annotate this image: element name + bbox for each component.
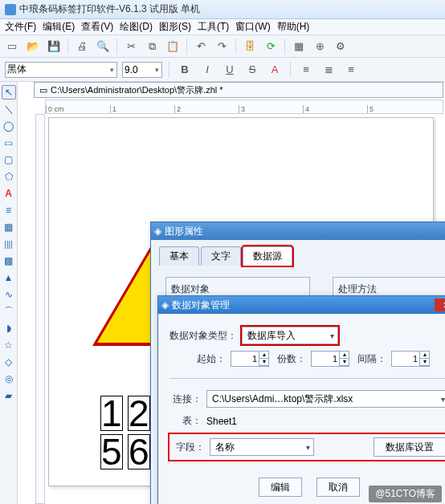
watermark: @51CTO博客: [369, 486, 442, 502]
menu-edit[interactable]: 编辑(E): [43, 20, 75, 34]
pointer-tool[interactable]: ↖: [2, 85, 16, 100]
shape-dialog-title[interactable]: ◈ 图形属性: [151, 222, 445, 240]
field-label: 字段：: [173, 441, 205, 454]
count-label: 份数：: [274, 352, 306, 366]
type-label: 数据对象类型：: [169, 329, 237, 343]
app-titlebar: 中琅条码标签打印软件-V6.1.3 试用版 单机: [0, 0, 445, 19]
polygon-tool[interactable]: ⬠: [2, 169, 16, 184]
db-icon: ◈: [161, 299, 169, 311]
close-button[interactable]: ✕: [435, 299, 445, 311]
conn-label: 连接：: [169, 392, 202, 406]
field-dropdown[interactable]: 名称: [210, 438, 314, 456]
font-size-combo[interactable]: 9.0: [122, 62, 162, 78]
bold-button[interactable]: B: [176, 61, 194, 79]
menu-tool[interactable]: 工具(T): [198, 20, 229, 34]
db-icon[interactable]: 🗄: [241, 38, 259, 55]
tab-text[interactable]: 文字: [201, 246, 241, 266]
step-label: 间隔：: [354, 352, 386, 366]
curve-tool[interactable]: ∿: [2, 287, 16, 302]
strike-button[interactable]: S: [243, 61, 261, 79]
count-spinner[interactable]: ▴▾: [311, 351, 349, 367]
canvas-area[interactable]: ▭ C:\Users\Administrator\Desktop\警示牌.zhl…: [18, 82, 445, 504]
roundrect-tool[interactable]: ▢: [2, 152, 16, 167]
font-color-button[interactable]: A: [266, 61, 284, 79]
undo-button[interactable]: ↶: [192, 38, 210, 55]
open-button[interactable]: 📂: [24, 38, 42, 55]
font-family-combo[interactable]: 黑体: [5, 62, 117, 78]
align-right-button[interactable]: ≡: [342, 61, 360, 79]
tab-basic[interactable]: 基本: [159, 246, 199, 266]
arc-tool[interactable]: ⌒: [2, 304, 16, 319]
new-button[interactable]: ▭: [3, 38, 21, 55]
start-spinner[interactable]: ▴▾: [231, 351, 269, 367]
fill-tool[interactable]: ▰: [2, 388, 16, 403]
digit-grid: 12 56: [100, 392, 150, 473]
italic-button[interactable]: I: [198, 61, 216, 79]
doc-path: C:\Users\Administrator\Desktop\警示牌.zhl *: [51, 84, 223, 96]
refresh-icon[interactable]: ⟳: [262, 38, 280, 55]
richtext-tool[interactable]: ≡: [2, 203, 16, 217]
diamond-tool[interactable]: ◇: [2, 355, 16, 369]
preview-button[interactable]: 🔍: [94, 38, 112, 55]
barcode-tool[interactable]: ||||: [2, 237, 16, 251]
align-left-button[interactable]: ≡: [297, 61, 315, 79]
start-label: 起始：: [169, 352, 226, 366]
zoom-icon[interactable]: ⊕: [311, 38, 329, 55]
app-icon: [5, 4, 16, 15]
grid-icon[interactable]: ▦: [290, 38, 308, 55]
horizontal-ruler: 0 cm12345: [45, 100, 443, 114]
left-toolbox: ↖ ＼ ◯ ▭ ▢ ⬠ A ≡ ▦ |||| ▩ ▲ ∿ ⌒ ◗ ☆ ◇ ◎ ▰: [0, 82, 18, 504]
copy-button[interactable]: ⧉: [143, 38, 161, 55]
menu-bar: 文件(F) 编辑(E) 查看(V) 绘图(D) 图形(S) 工具(T) 窗口(W…: [0, 19, 445, 35]
ellipse-tool[interactable]: ◯: [2, 119, 16, 133]
format-toolbar: 黑体 9.0 B I U S A ≡ ≣ ≡: [0, 58, 445, 82]
process-method-label: 处理方法: [338, 282, 441, 296]
workspace: ↖ ＼ ◯ ▭ ▢ ⬠ A ≡ ▦ |||| ▩ ▲ ∿ ⌒ ◗ ☆ ◇ ◎ ▰…: [0, 82, 445, 504]
menu-help[interactable]: 帮助(H): [277, 20, 310, 34]
cut-button[interactable]: ✂: [122, 38, 140, 55]
app-title: 中琅条码标签打印软件-V6.1.3 试用版 单机: [19, 2, 200, 16]
menu-shape[interactable]: 图形(S): [159, 20, 191, 34]
paste-button[interactable]: 📋: [164, 38, 182, 55]
table-tool[interactable]: ▦: [2, 220, 16, 234]
table-value: Sheet1: [206, 416, 237, 427]
text-tool[interactable]: A: [2, 186, 16, 201]
ole-tool[interactable]: ◎: [2, 372, 16, 386]
table-label: 表：: [169, 414, 202, 428]
qrcode-tool[interactable]: ▩: [2, 254, 16, 268]
connection-dropdown[interactable]: C:\Users\Admi…ktop\警示牌.xlsx: [206, 390, 445, 408]
underline-button[interactable]: U: [221, 61, 239, 79]
tab-datasource[interactable]: 数据源: [243, 246, 292, 266]
chord-tool[interactable]: ◗: [2, 321, 16, 335]
document-tab[interactable]: ▭ C:\Users\Administrator\Desktop\警示牌.zhl…: [34, 82, 443, 98]
cancel-button[interactable]: 取消: [316, 478, 360, 497]
menu-draw[interactable]: 绘图(D): [120, 20, 153, 34]
vertical-ruler: [35, 114, 45, 504]
db-settings-button[interactable]: 数据库设置: [374, 437, 445, 457]
data-object-label: 数据对象: [171, 282, 304, 296]
image-tool[interactable]: ▲: [2, 270, 16, 285]
redo-button[interactable]: ↷: [213, 38, 231, 55]
menu-view[interactable]: 查看(V): [81, 20, 113, 34]
type-dropdown[interactable]: 数据库导入: [242, 327, 338, 344]
step-spinner[interactable]: ▴▾: [391, 351, 430, 367]
star-tool[interactable]: ☆: [2, 338, 16, 352]
save-button[interactable]: 💾: [45, 38, 63, 55]
shape-tabs: 基本 文字 数据源: [159, 246, 445, 266]
data-object-manage-dialog: ◈ 数据对象管理 ✕ 数据对象类型： 数据库导入 起始： ▴▾ 份数： ▴▾ 间…: [157, 295, 445, 504]
menu-file[interactable]: 文件(F): [5, 20, 36, 34]
rect-tool[interactable]: ▭: [2, 136, 16, 150]
line-tool[interactable]: ＼: [2, 102, 16, 116]
doc-icon: ▭: [39, 85, 47, 96]
print-button[interactable]: 🖨: [73, 38, 91, 55]
gear-icon: ◈: [154, 226, 161, 237]
data-dialog-titlebar[interactable]: ◈ 数据对象管理 ✕: [158, 296, 445, 314]
align-center-button[interactable]: ≣: [320, 61, 337, 79]
edit-button[interactable]: 编辑: [259, 478, 302, 497]
main-toolbar: ▭ 📂 💾 🖨 🔍 ✂ ⧉ 📋 ↶ ↷ 🗄 ⟳ ▦ ⊕ ⚙: [0, 35, 445, 58]
menu-window[interactable]: 窗口(W): [235, 20, 270, 34]
settings-icon[interactable]: ⚙: [332, 38, 349, 55]
